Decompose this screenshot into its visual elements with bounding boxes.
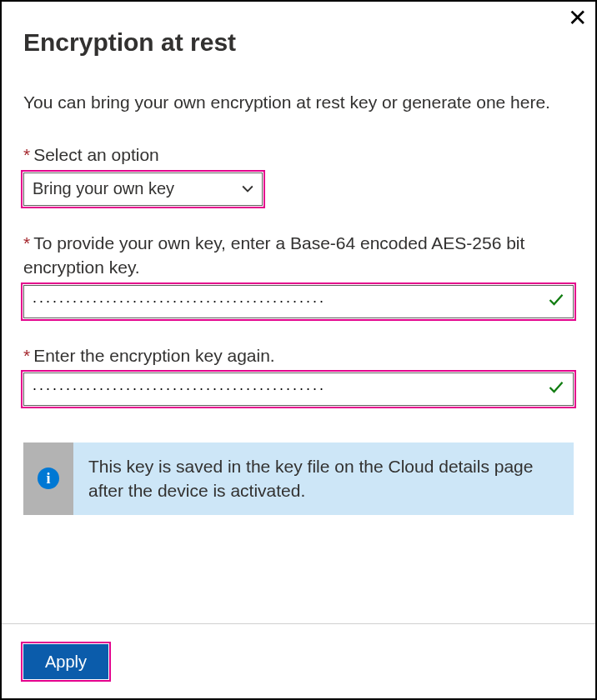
select-option-value: Bring your own key xyxy=(33,179,242,198)
required-marker: * xyxy=(23,233,30,252)
apply-button[interactable]: Apply xyxy=(23,644,108,679)
label-encryption-key: *To provide your own key, enter a Base-6… xyxy=(23,231,574,280)
info-callout: i This key is saved in the key file on t… xyxy=(23,442,574,515)
label-encryption-key-confirm: *Enter the encryption key again. xyxy=(23,343,574,368)
encryption-key-confirm-masked: ········································… xyxy=(33,380,539,398)
info-text: This key is saved in the key file on the… xyxy=(73,442,574,515)
label-select-option: *Select an option xyxy=(23,142,574,167)
panel-footer: Apply xyxy=(2,623,595,698)
encryption-key-confirm-input[interactable]: ········································… xyxy=(23,372,574,406)
panel-body: Encryption at rest You can bring your ow… xyxy=(2,2,595,623)
page-description: You can bring your own encryption at res… xyxy=(23,90,574,114)
field-encryption-key: *To provide your own key, enter a Base-6… xyxy=(23,231,574,318)
label-encryption-key-text: To provide your own key, enter a Base-64… xyxy=(23,233,524,277)
select-option-dropdown[interactable]: Bring your own key xyxy=(23,172,263,206)
encryption-key-input[interactable]: ········································… xyxy=(23,285,574,318)
chevron-down-icon xyxy=(242,183,253,195)
label-select-option-text: Select an option xyxy=(33,145,159,164)
field-encryption-key-confirm: *Enter the encryption key again. ·······… xyxy=(23,343,574,406)
required-marker: * xyxy=(23,145,30,164)
info-icon: i xyxy=(38,468,59,489)
page-title: Encryption at rest xyxy=(23,28,574,57)
field-select-option: *Select an option Bring your own key xyxy=(23,142,574,205)
required-marker: * xyxy=(23,346,30,365)
info-icon-cell: i xyxy=(23,442,73,515)
encryption-key-masked: ········································… xyxy=(33,292,539,310)
label-encryption-key-confirm-text: Enter the encryption key again. xyxy=(33,346,275,365)
check-icon xyxy=(548,379,564,399)
close-button[interactable]: ✕ xyxy=(568,7,587,30)
check-icon xyxy=(548,292,564,312)
